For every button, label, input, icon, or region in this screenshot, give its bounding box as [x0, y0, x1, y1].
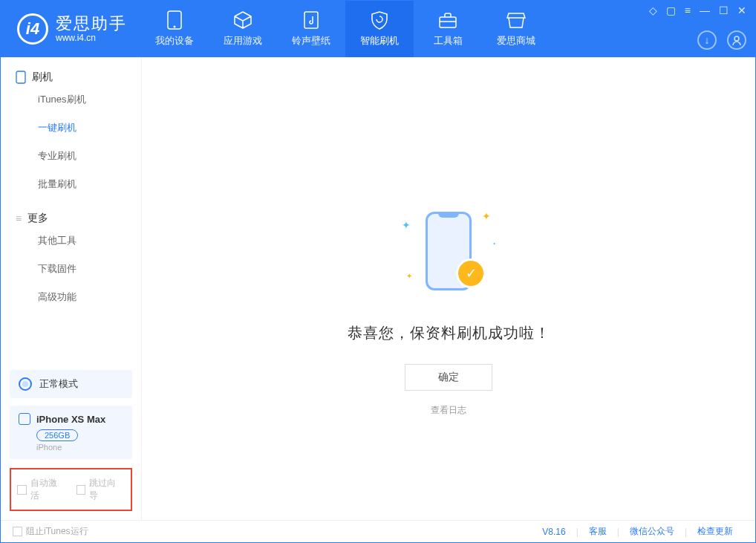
check-icon: ✓	[458, 261, 483, 286]
view-log-link[interactable]: 查看日志	[431, 404, 466, 417]
main-tabs: 我的设备 应用游戏 铃声壁纸 智能刷机 工具箱 爱思商城	[140, 1, 550, 57]
skip-guide-checkbox[interactable]: 跳过向导	[76, 477, 126, 502]
footer: 阻止iTunes运行 V8.16 | 客服 | 微信公众号 | 检查更新	[1, 520, 755, 542]
tab-label: 工具箱	[434, 34, 463, 48]
support-link[interactable]: 客服	[579, 525, 617, 538]
toolbox-icon	[438, 10, 457, 30]
device-icon	[165, 10, 184, 30]
tab-flash[interactable]: 智能刷机	[345, 1, 414, 57]
options-row: 自动激活 跳过向导	[10, 468, 132, 511]
sidebar-item-download-firmware[interactable]: 下载固件	[1, 255, 141, 283]
sidebar-group-more: ≡ 更多	[1, 198, 141, 227]
auto-activate-checkbox[interactable]: 自动激活	[17, 477, 66, 502]
phone-icon	[16, 71, 26, 84]
minimize-button[interactable]: —	[700, 5, 710, 16]
logo: i4 爱思助手 www.i4.cn	[1, 13, 140, 45]
menu-icon[interactable]: ≡	[685, 5, 691, 16]
tab-apps[interactable]: 应用游戏	[209, 1, 277, 57]
app-title: 爱思助手	[56, 14, 127, 33]
block-itunes-checkbox[interactable]: 阻止iTunes运行	[13, 525, 88, 538]
mode-icon	[19, 377, 32, 391]
logo-icon: i4	[17, 13, 48, 45]
header: i4 爱思助手 www.i4.cn 我的设备 应用游戏 铃声壁纸 智能刷机 工具…	[1, 1, 755, 57]
close-button[interactable]: ✕	[737, 5, 746, 16]
svg-point-4	[734, 36, 739, 41]
device-card[interactable]: iPhone XS Max 256GB iPhone	[10, 406, 132, 459]
check-update-link[interactable]: 检查更新	[687, 525, 743, 538]
tab-label: 爱思商城	[497, 34, 535, 48]
sidebar-item-oneclick-flash[interactable]: 一键刷机	[1, 114, 141, 142]
device-storage: 256GB	[36, 429, 78, 441]
sidebar-item-advanced[interactable]: 高级功能	[1, 283, 141, 311]
svg-rect-5	[16, 71, 25, 83]
shield-icon	[370, 10, 389, 30]
ok-button[interactable]: 确定	[405, 364, 492, 391]
cube-icon	[233, 10, 252, 30]
sidebar-item-itunes-flash[interactable]: iTunes刷机	[1, 85, 141, 114]
svg-rect-3	[440, 17, 456, 27]
skin-icon[interactable]: ◇	[649, 5, 657, 16]
sidebar-item-other-tools[interactable]: 其他工具	[1, 227, 141, 255]
store-icon	[506, 10, 526, 30]
sidebar-item-pro-flash[interactable]: 专业刷机	[1, 142, 141, 170]
main-content: ✦ ✦ ✦ • ✓ 恭喜您，保资料刷机成功啦！ 确定 查看日志	[142, 57, 755, 520]
sidebar-group-flash: 刷机	[1, 57, 141, 85]
tab-label: 铃声壁纸	[292, 34, 330, 48]
tab-label: 智能刷机	[360, 34, 399, 48]
phone-icon	[19, 413, 30, 425]
maximize-button[interactable]: ☐	[719, 5, 729, 16]
success-message: 恭喜您，保资料刷机成功啦！	[348, 323, 550, 343]
tab-toolbox[interactable]: 工具箱	[414, 1, 482, 57]
sidebar: 刷机 iTunes刷机 一键刷机 专业刷机 批量刷机 ≡ 更多 其他工具 下载固…	[1, 57, 142, 520]
svg-point-1	[174, 26, 176, 28]
tab-store[interactable]: 爱思商城	[482, 1, 550, 57]
account-button[interactable]	[727, 30, 746, 50]
sidebar-item-batch-flash[interactable]: 批量刷机	[1, 170, 141, 198]
tab-my-device[interactable]: 我的设备	[140, 1, 209, 57]
wechat-link[interactable]: 微信公众号	[619, 525, 685, 538]
device-name: iPhone XS Max	[36, 414, 105, 425]
tab-ringtone[interactable]: 铃声壁纸	[277, 1, 345, 57]
mode-card[interactable]: 正常模式	[10, 370, 132, 398]
music-icon	[302, 10, 321, 30]
success-illustration: ✦ ✦ ✦ • ✓	[400, 206, 497, 302]
app-subtitle: www.i4.cn	[56, 33, 127, 44]
feedback-icon[interactable]: ▢	[666, 5, 676, 16]
tab-label: 我的设备	[155, 34, 194, 48]
version-label: V8.16	[542, 527, 576, 537]
svg-rect-2	[304, 12, 318, 28]
download-button[interactable]: ↓	[697, 30, 717, 50]
mode-label: 正常模式	[39, 377, 78, 391]
list-icon: ≡	[16, 212, 22, 224]
window-controls: ◇ ▢ ≡ — ☐ ✕	[649, 5, 746, 16]
tab-label: 应用游戏	[224, 34, 262, 48]
device-type: iPhone	[36, 443, 123, 452]
